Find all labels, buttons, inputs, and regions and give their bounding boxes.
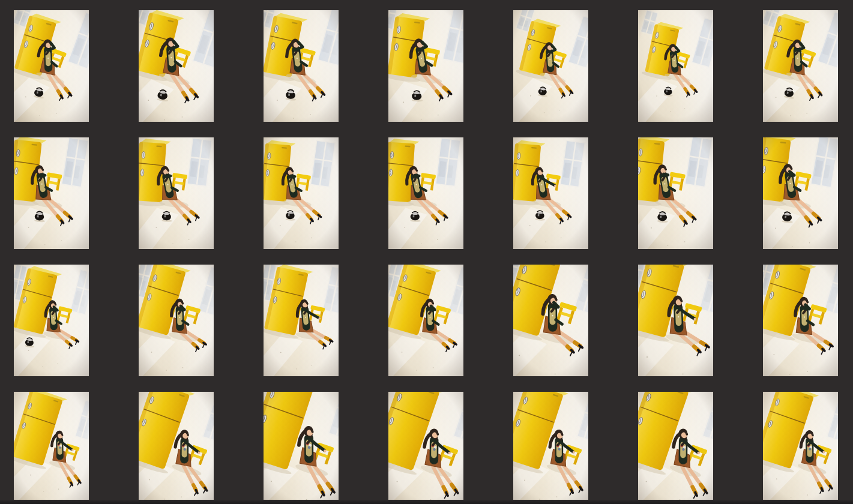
window-bottom-edge <box>0 500 853 504</box>
photo-image <box>513 137 588 249</box>
photo-thumbnail[interactable] <box>763 10 838 122</box>
photo-image <box>638 10 713 122</box>
photo-image <box>513 265 588 376</box>
photo-image <box>763 392 838 503</box>
photo-image <box>388 10 463 122</box>
photo-image <box>388 137 463 249</box>
photo-thumbnail[interactable] <box>388 392 463 503</box>
photo-thumbnail[interactable] <box>638 392 713 503</box>
photo-image <box>14 137 89 249</box>
photo-thumbnail[interactable] <box>763 265 838 376</box>
photo-thumbnail[interactable] <box>638 265 713 376</box>
photo-thumbnail[interactable] <box>139 265 214 376</box>
photo-thumbnail[interactable] <box>264 137 339 249</box>
photo-thumbnail[interactable] <box>388 137 463 249</box>
photo-thumbnail[interactable] <box>14 392 89 503</box>
photo-thumbnail[interactable] <box>14 10 89 122</box>
photo-image <box>139 392 214 503</box>
photo-thumbnail[interactable] <box>638 137 713 249</box>
photo-thumbnail[interactable] <box>14 137 89 249</box>
photo-image <box>14 265 89 376</box>
photo-thumbnail[interactable] <box>763 137 838 249</box>
photo-thumbnail[interactable] <box>264 265 339 376</box>
photo-image <box>14 392 89 503</box>
photo-image <box>139 10 214 122</box>
photo-image <box>638 137 713 249</box>
photo-image <box>139 265 214 376</box>
photo-thumbnail[interactable] <box>763 392 838 503</box>
photo-image <box>638 392 713 503</box>
photo-thumbnail[interactable] <box>513 10 588 122</box>
photo-image <box>264 137 339 249</box>
photo-thumbnail[interactable] <box>139 392 214 503</box>
photo-thumbnail[interactable] <box>264 392 339 503</box>
photo-image <box>513 392 588 503</box>
photo-gallery-window <box>0 0 853 504</box>
photo-thumbnail[interactable] <box>388 265 463 376</box>
photo-image <box>763 265 838 376</box>
photo-thumbnail[interactable] <box>264 10 339 122</box>
photo-image <box>763 137 838 249</box>
photo-thumbnail[interactable] <box>513 265 588 376</box>
photo-thumbnail[interactable] <box>513 392 588 503</box>
photo-image <box>264 10 339 122</box>
photo-image <box>139 137 214 249</box>
photo-thumbnail[interactable] <box>513 137 588 249</box>
photo-image <box>513 10 588 122</box>
photo-thumbnail[interactable] <box>139 10 214 122</box>
photo-image <box>264 265 339 376</box>
photo-thumbnail[interactable] <box>638 10 713 122</box>
photo-image <box>638 265 713 376</box>
photo-grid <box>0 0 853 504</box>
photo-image <box>388 265 463 376</box>
photo-image <box>14 10 89 122</box>
photo-thumbnail[interactable] <box>139 137 214 249</box>
photo-thumbnail[interactable] <box>388 10 463 122</box>
photo-image <box>264 392 339 503</box>
photo-image <box>763 10 838 122</box>
photo-image <box>388 392 463 503</box>
photo-thumbnail[interactable] <box>14 265 89 376</box>
